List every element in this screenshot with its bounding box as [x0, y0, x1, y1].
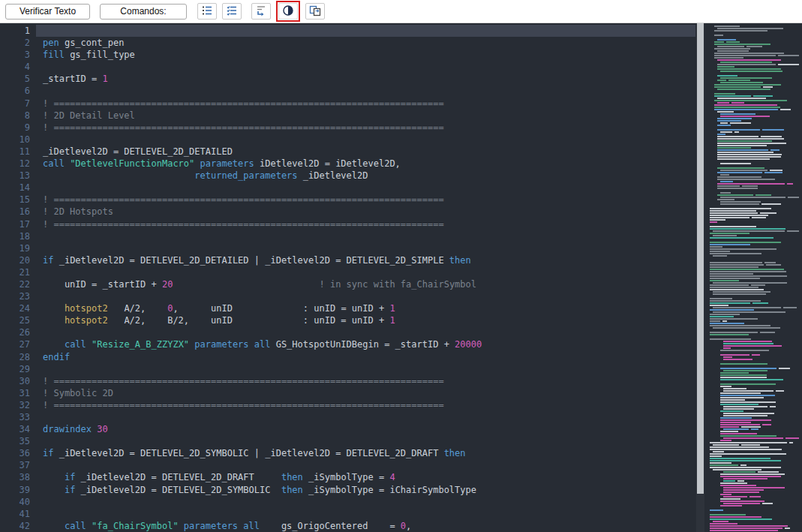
code-line[interactable]: 13 returned_parameters _iDetlevel2D	[0, 170, 695, 182]
minimap-line	[710, 143, 799, 144]
code-line[interactable]: 29	[0, 363, 695, 375]
code-line[interactable]: 6	[0, 85, 695, 97]
scrollbar-thumb[interactable]	[697, 23, 704, 494]
minimap-line	[710, 156, 799, 158]
minimap-line	[710, 39, 799, 41]
minimap-line	[710, 84, 799, 86]
code-line[interactable]: 42 call "fa_ChairSymbol" parameters all …	[0, 520, 695, 532]
line-number: 2	[0, 37, 30, 49]
minimap-line	[710, 343, 799, 344]
code-line[interactable]: 30! ====================================…	[0, 375, 695, 387]
minimap-line	[710, 73, 799, 74]
code-text: fill gs_fill_type	[43, 49, 135, 61]
code-line[interactable]: 33	[0, 411, 695, 423]
line-number: 22	[0, 278, 30, 290]
code-line[interactable]: 10	[0, 134, 695, 146]
minimap-line	[710, 118, 799, 119]
minimap-line	[710, 467, 799, 468]
code-line[interactable]: 27 call "Resize_A_B_ZZYZX" parameters al…	[0, 338, 695, 350]
minimap-line	[710, 417, 799, 419]
code-line[interactable]: 24 hotspot2 A/2, 0, unID : unID = unID +…	[0, 302, 695, 314]
code-line[interactable]: 23	[0, 290, 695, 302]
minimap-line	[710, 55, 799, 56]
code-line[interactable]: 8! 2D Detail Level	[0, 110, 695, 122]
command-list-button[interactable]	[222, 3, 242, 20]
contrast-theme-button[interactable]	[278, 3, 298, 20]
code-line[interactable]: 26	[0, 326, 695, 338]
code-editor[interactable]: 12pen gs_cont_pen3fill gs_fill_type45_st…	[0, 23, 802, 532]
code-line[interactable]: 3fill gs_fill_type	[0, 49, 695, 61]
code-line[interactable]: 31! Symbolic 2D	[0, 387, 695, 399]
minimap-line	[710, 318, 799, 320]
minimap-line	[710, 386, 799, 387]
code-line[interactable]: 21	[0, 266, 695, 278]
line-number: 35	[0, 435, 30, 447]
comandos-dropdown[interactable]: Comandos:	[100, 4, 187, 20]
minimap-line	[710, 480, 799, 482]
minimap-line	[710, 237, 799, 239]
vertical-scrollbar[interactable]	[696, 23, 704, 532]
line-number: 16	[0, 206, 30, 218]
code-text: call "DetlevelFunctionMacro" parameters …	[43, 158, 401, 170]
minimap-line	[710, 278, 799, 279]
verify-text-button[interactable]: Verificar Texto	[5, 4, 90, 20]
code-line[interactable]: 18	[0, 230, 695, 242]
code-line[interactable]: 32! ====================================…	[0, 399, 695, 411]
minimap-line	[710, 352, 799, 353]
code-text: endif	[43, 351, 70, 363]
minimap-line	[710, 413, 799, 414]
code-line[interactable]: 4	[0, 61, 695, 73]
minimap-line	[710, 145, 799, 146]
code-line[interactable]: 37	[0, 459, 695, 471]
insert-command-button[interactable]	[251, 3, 271, 20]
minimap-line	[710, 28, 799, 29]
minimap-line	[710, 500, 799, 502]
minimap-line	[710, 289, 799, 290]
code-line[interactable]: 25 hotspot2 A/2, B/2, unID : unID = unID…	[0, 314, 695, 326]
minimap-line	[710, 48, 799, 50]
code-line[interactable]: 40	[0, 496, 695, 508]
code-line[interactable]: 34drawindex 30	[0, 423, 695, 435]
code-line[interactable]: 28endif	[0, 351, 695, 363]
minimap-line	[710, 107, 799, 108]
code-line[interactable]: 38 if _iDetlevel2D = DETLEVEL_2D_DRAFT t…	[0, 471, 695, 483]
minimap-line	[710, 406, 799, 407]
code-line[interactable]: 41	[0, 508, 695, 520]
minimap[interactable]	[704, 23, 802, 532]
line-number: 32	[0, 399, 30, 411]
code-line[interactable]: 9! =====================================…	[0, 122, 695, 134]
minimap-line	[710, 453, 799, 455]
code-line[interactable]: 11_iDetlevel2D = DETLEVEL_2D_DETAILED	[0, 146, 695, 158]
code-line[interactable]: 2pen gs_cont_pen	[0, 37, 695, 49]
compare-windows-icon	[309, 5, 321, 19]
code-line[interactable]: 39 if _iDetlevel2D = DETLEVEL_2D_SYMBOLI…	[0, 484, 695, 496]
code-line[interactable]: 35	[0, 435, 695, 447]
line-number: 27	[0, 338, 30, 350]
minimap-line	[710, 440, 799, 441]
code-line[interactable]: 22 unID = _startID + 20 ! in sync with f…	[0, 278, 695, 290]
compare-windows-button[interactable]	[305, 3, 325, 20]
minimap-line	[710, 415, 799, 416]
minimap-line	[710, 100, 799, 101]
code-line[interactable]: 1	[0, 25, 695, 37]
ordered-list-button[interactable]	[197, 3, 217, 20]
minimap-line	[710, 498, 799, 500]
code-line[interactable]: 5_startID = 1	[0, 73, 695, 85]
minimap-line	[710, 379, 799, 380]
code-lines[interactable]: 12pen gs_cont_pen3fill gs_fill_type45_st…	[0, 23, 695, 532]
minimap-line	[710, 305, 799, 306]
code-line[interactable]: 7! =====================================…	[0, 98, 695, 110]
code-line[interactable]: 12call "DetlevelFunctionMacro" parameter…	[0, 158, 695, 170]
code-line[interactable]: 19	[0, 242, 695, 254]
code-line[interactable]: 36if _iDetlevel2D = DETLEVEL_2D_SYMBOLIC…	[0, 447, 695, 459]
code-line[interactable]: 14	[0, 182, 695, 194]
code-line[interactable]: 15! ====================================…	[0, 194, 695, 206]
minimap-line	[710, 444, 799, 446]
line-number: 11	[0, 146, 30, 158]
code-line[interactable]: 20if _iDetlevel2D = DETLEVEL_2D_DETAILED…	[0, 254, 695, 266]
code-line[interactable]: 16! 2D Hotspots	[0, 206, 695, 218]
minimap-line	[710, 89, 799, 90]
code-text: ! ======================================…	[43, 399, 444, 411]
code-line[interactable]: 17! ====================================…	[0, 218, 695, 230]
line-number: 7	[0, 98, 30, 110]
